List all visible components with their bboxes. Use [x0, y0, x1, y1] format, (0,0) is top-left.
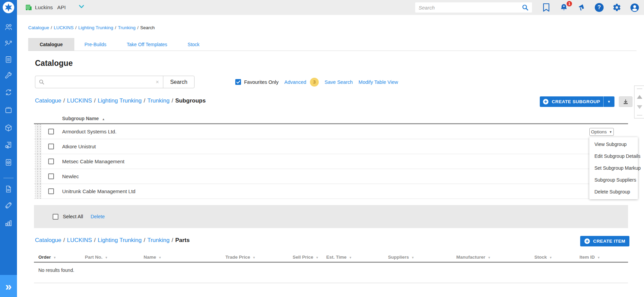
search-icon [39, 79, 44, 85]
row-checkbox[interactable] [48, 159, 54, 164]
drag-handle[interactable] [35, 184, 41, 199]
clear-search-icon[interactable]: × [152, 79, 163, 85]
breadcrumb-link[interactable]: LUCKINS [54, 25, 74, 30]
table-row: Unitrunk Cable Management Ltd [34, 184, 628, 199]
select-all-label: Select All [63, 214, 83, 219]
subgroup-name[interactable]: Atkore Unistrut [62, 144, 96, 149]
notifications-button[interactable]: 1 [559, 3, 569, 12]
menu-item-delete-subgroup[interactable]: Delete Subgroup [589, 186, 638, 198]
sidebar-item-service[interactable] [4, 71, 13, 80]
sidebar-item-materials[interactable] [4, 124, 13, 132]
menu-item-set-subgroup-markup[interactable]: Set Subgroup Markup [589, 162, 638, 174]
sidebar-item-quality[interactable] [4, 158, 13, 167]
sidebar-item-invoices[interactable] [4, 141, 13, 149]
drag-handle[interactable] [35, 154, 41, 169]
options-button[interactable]: Options▼ [589, 128, 614, 136]
menu-item-edit-subgroup-details[interactable]: Edit Subgroup Details [589, 150, 638, 162]
calendar-icon [4, 106, 13, 114]
create-item-button[interactable]: CREATE ITEM [580, 236, 629, 246]
company-dropdown-toggle[interactable] [79, 5, 84, 8]
tab-catalogue[interactable]: Catalogue [28, 38, 74, 51]
bookmark-button[interactable] [541, 3, 551, 12]
row-checkbox[interactable] [48, 188, 54, 194]
sidebar-item-people[interactable] [4, 23, 13, 32]
help-button[interactable]: ? [594, 3, 604, 12]
column-header-name[interactable]: Name▼ [144, 255, 162, 260]
subgroup-name[interactable]: Newlec [62, 173, 79, 179]
drag-handle[interactable] [35, 124, 41, 139]
export-download-button[interactable] [619, 96, 632, 107]
sidebar-item-reports[interactable] [4, 219, 13, 227]
global-search-input[interactable] [419, 5, 522, 11]
column-header-suppliers[interactable]: Suppliers▼ [388, 255, 414, 260]
row-checkbox[interactable] [48, 173, 54, 179]
subgroup-name[interactable]: Armorduct Systems Ltd. [62, 129, 116, 134]
scroll-stepper [634, 86, 644, 118]
breadcrumb-link[interactable]: Catalogue [35, 97, 61, 104]
sidebar-expand-button[interactable]: » [0, 275, 17, 297]
breadcrumb-link[interactable]: Catalogue [28, 25, 49, 30]
column-header-manufacturer[interactable]: Manufacturer▼ [456, 255, 491, 260]
menu-item-subgroup-suppliers[interactable]: Subgroup Suppliers [589, 174, 638, 186]
column-header-est-time[interactable]: Est. Time▼ [326, 255, 352, 260]
company-switcher[interactable]: Luckins API [25, 0, 66, 15]
breadcrumb-link[interactable]: LUCKINS [67, 237, 92, 243]
announcements-button[interactable] [577, 3, 586, 12]
column-header-item-id[interactable]: Item ID▼ [579, 255, 600, 260]
scroll-up-button[interactable] [637, 95, 642, 99]
subgroup-name[interactable]: Unitrunk Cable Management Ltd [62, 188, 135, 194]
cube-icon [4, 124, 13, 132]
modify-table-view-link[interactable]: Modify Table View [358, 79, 398, 85]
advanced-filter-badge[interactable]: 3 [310, 78, 319, 87]
tab-bar: Catalogue Pre-Builds Take Off Templates … [28, 38, 637, 51]
tab-pre-builds[interactable]: Pre-Builds [74, 38, 117, 51]
sidebar-item-recurring[interactable] [4, 88, 13, 97]
tab-take-off-templates[interactable]: Take Off Templates [116, 38, 177, 51]
breadcrumb-link[interactable]: Lighting Trunking [98, 237, 142, 243]
settings-button[interactable] [612, 3, 622, 12]
column-header-order[interactable]: Order▼ [38, 255, 56, 260]
save-search-link[interactable]: Save Search [325, 79, 353, 85]
tab-stock[interactable]: Stock [178, 38, 210, 51]
create-subgroup-button[interactable]: CREATE SUBGROUP [540, 96, 603, 107]
catalogue-search-input[interactable] [48, 79, 152, 85]
drag-handle[interactable] [35, 139, 41, 154]
main-content: Catalogue/LUCKINS/Lighting Trunking/Trun… [17, 15, 644, 297]
column-header-trade-price[interactable]: Trade Price▼ [225, 255, 256, 260]
sidebar-item-connections[interactable] [4, 201, 13, 210]
sync-loop-icon [4, 88, 13, 97]
row-checkbox[interactable] [48, 144, 54, 149]
scroll-down-button[interactable] [637, 105, 642, 109]
delete-link[interactable]: Delete [91, 214, 105, 219]
drag-handle[interactable] [35, 169, 41, 184]
breadcrumb-link[interactable]: Catalogue [35, 237, 61, 243]
column-header-stock[interactable]: Stock▼ [534, 255, 552, 260]
account-button[interactable] [630, 3, 639, 12]
breadcrumb-link[interactable]: LUCKINS [67, 97, 92, 104]
row-checkbox[interactable] [48, 129, 54, 134]
breadcrumb-link[interactable]: Lighting Trunking [98, 97, 142, 104]
column-header-subgroup-name[interactable]: Subgroup Name▲ [62, 116, 105, 121]
catalogue-search: × Search [35, 76, 195, 88]
breadcrumb-link[interactable]: Trunking [118, 25, 135, 30]
divider [34, 283, 628, 283]
search-button[interactable]: Search [163, 76, 194, 88]
breadcrumb-link[interactable]: Trunking [147, 97, 170, 104]
menu-item-view-subgroup[interactable]: View Subgroup [589, 138, 638, 150]
favourites-only-checkbox[interactable] [235, 79, 241, 85]
sidebar-item-leads[interactable] [4, 39, 13, 48]
column-header-part-no[interactable]: Part No.▼ [85, 255, 108, 260]
sidebar-item-schedule[interactable] [4, 106, 13, 114]
breadcrumb-link[interactable]: Lighting Trunking [78, 25, 113, 30]
advanced-link[interactable]: Advanced [284, 79, 307, 85]
column-header-sell-price[interactable]: Sell Price▼ [293, 255, 319, 260]
sidebar-item-documents[interactable] [4, 185, 13, 193]
subgroup-name[interactable]: Metsec Cable Management [62, 159, 124, 164]
search-icon[interactable] [522, 4, 529, 11]
select-all-checkbox[interactable] [53, 214, 58, 220]
create-subgroup-dropdown[interactable]: ▼ [603, 96, 614, 107]
breadcrumb-current: Subgroups [175, 97, 206, 104]
sidebar-item-tasks[interactable] [4, 55, 13, 64]
app-logo[interactable] [3, 2, 14, 13]
breadcrumb-link[interactable]: Trunking [147, 237, 170, 243]
